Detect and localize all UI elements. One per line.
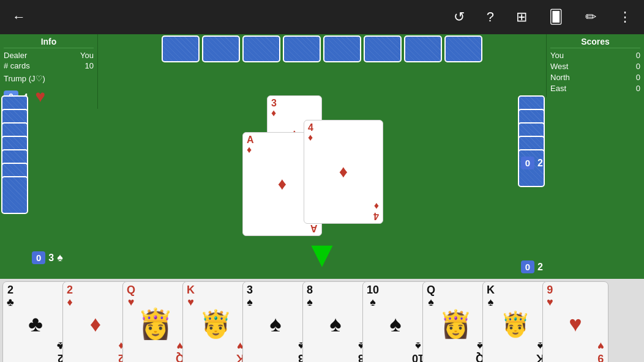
north-card — [202, 35, 240, 62]
card-label: Q♠ — [427, 284, 435, 309]
center-play-area: 3♦ ♦ 3♦ A♦ ♦ A♦ 4♦ ♦ 4♦ ▼ — [122, 71, 522, 291]
trump-label: Trump (J♡) — [4, 74, 45, 83]
hand-card-10s[interactable]: 10♠ ♠ 10♠ — [362, 281, 429, 362]
east-top-score-badge: 0 — [521, 157, 534, 169]
card-center-suit: 👸 — [137, 307, 174, 341]
east-bottom-score-badge: 0 — [521, 260, 534, 273]
hand-card-qh[interactable]: Q♥ 👸 Q♥ — [122, 281, 189, 362]
hand-card-8s[interactable]: 8♠ ♠ 8♠ — [302, 281, 369, 362]
card-label: K♠ — [487, 284, 495, 309]
cards-button[interactable]: 🂠 — [544, 7, 568, 28]
card-rank-top: A♦ — [247, 135, 254, 155]
scores-panel: Scores You 0 West 0 North 0 East 0 — [546, 34, 644, 97]
score-north-value: 0 — [636, 73, 640, 82]
card-center-suit: 🤴 — [500, 310, 531, 339]
score-west: West 0 — [550, 62, 640, 71]
east-top-count: 2 — [537, 158, 543, 169]
hand-card-2d[interactable]: 2♦ ♦ 2♦ — [62, 281, 129, 362]
turn-indicator-arrow: ▼ — [304, 236, 340, 273]
scores-title: Scores — [550, 37, 640, 48]
play-card-4-diamonds[interactable]: 4♦ ♦ 4♦ — [304, 120, 383, 224]
more-button[interactable]: ⋮ — [613, 7, 637, 28]
card-label: Q♥ — [127, 284, 135, 309]
score-north-label: North — [550, 73, 570, 82]
north-card — [404, 35, 442, 62]
hand-card-2c[interactable]: 2♣ ♣ 2♣ — [2, 281, 69, 362]
hand-card-kh[interactable]: K♥ 🤴 K♥ — [182, 281, 249, 362]
trump-row: Trump (J♡) — [4, 74, 94, 83]
north-hand — [98, 35, 546, 62]
card-label: 3♠ — [247, 284, 253, 309]
toolbar: ← ↺ ? ⊞ 🂠 ✏ ⋮ — [0, 0, 644, 34]
north-card — [283, 35, 321, 62]
notes-button[interactable]: ✏ — [580, 7, 601, 28]
hand-card-qs[interactable]: Q♠ 👸 Q♠ — [422, 281, 489, 362]
west-hand — [1, 95, 28, 214]
dealer-label: Dealer — [4, 51, 27, 60]
score-west-value: 0 — [636, 62, 640, 71]
hand-card-ks[interactable]: K♠ 🤴 K♠ — [482, 281, 549, 362]
card-center-suit: ♠ — [389, 311, 401, 337]
card-suit-center: ♦ — [339, 162, 348, 182]
west-count: 3 — [48, 253, 54, 264]
card-label: K♥ — [187, 284, 195, 309]
card-center-suit: ♦ — [90, 311, 101, 337]
move-button[interactable]: ⊞ — [511, 7, 532, 28]
cards-label: # cards — [4, 61, 30, 70]
score-east: East 0 — [550, 84, 640, 93]
hand-card-3s[interactable]: 3♠ ♠ 3♠ — [242, 281, 309, 362]
north-card — [162, 35, 200, 62]
score-west-label: West — [550, 62, 568, 71]
east-top-score-area: 0 2 — [521, 157, 543, 169]
card-center-suit: ♥ — [569, 311, 582, 337]
north-card — [444, 35, 482, 62]
player-hand: 2♣ ♣ 2♣ 2♦ ♦ 2♦ Q♥ 👸 Q♥ K♥ 🤴 K♥ 3♠ ♠ 3♠ … — [0, 279, 644, 362]
west-score-area: 0 3 ♠ — [32, 251, 63, 264]
cards-value: 10 — [85, 61, 94, 70]
card-center-suit: ♠ — [329, 311, 341, 337]
card-label: 8♠ — [307, 284, 313, 309]
hand-card-9h[interactable]: 9♥ ♥ 9♥ — [542, 281, 608, 362]
info-title: Info — [4, 37, 94, 48]
score-north: North 0 — [550, 73, 640, 82]
score-you-label: You — [550, 51, 564, 60]
card-center-suit: 👸 — [439, 308, 473, 340]
card-center-suit: 🤴 — [199, 308, 233, 340]
west-card — [1, 176, 28, 214]
back-button[interactable]: ← — [7, 7, 31, 28]
card-rank-top: 4♦ — [308, 123, 313, 142]
dealer-row: Dealer You — [4, 51, 94, 60]
card-rank-top: 3♦ — [271, 98, 277, 118]
west-score-badge: 0 — [32, 251, 45, 264]
north-card — [364, 35, 402, 62]
cards-row: # cards 10 — [4, 61, 94, 70]
card-label: 9♥ — [547, 284, 553, 309]
east-bottom-score-area: 0 2 — [521, 260, 543, 273]
north-card — [242, 35, 280, 62]
card-center-suit: ♠ — [269, 311, 281, 337]
card-suit-center: ♦ — [278, 174, 286, 194]
dealer-value: You — [80, 51, 94, 60]
east-bottom-count: 2 — [537, 262, 543, 273]
undo-button[interactable]: ↺ — [449, 7, 470, 28]
score-east-label: East — [550, 84, 566, 93]
east-hand — [518, 95, 545, 187]
card-rank-bottom: 4♦ — [373, 201, 379, 221]
score-you-value: 0 — [636, 51, 640, 60]
heart-suit-icon: ♥ — [36, 87, 46, 106]
west-spade-icon: ♠ — [57, 251, 63, 264]
card-label: 2♦ — [67, 284, 73, 309]
card-center-suit: ♣ — [28, 311, 43, 337]
card-label: 10♠ — [367, 284, 379, 309]
card-label-bottom: 9♥ — [597, 339, 604, 362]
score-east-value: 0 — [636, 84, 640, 93]
help-button[interactable]: ? — [482, 7, 499, 28]
north-card — [323, 35, 361, 62]
score-you: You 0 — [550, 51, 640, 60]
card-label: 2♣ — [7, 284, 14, 309]
